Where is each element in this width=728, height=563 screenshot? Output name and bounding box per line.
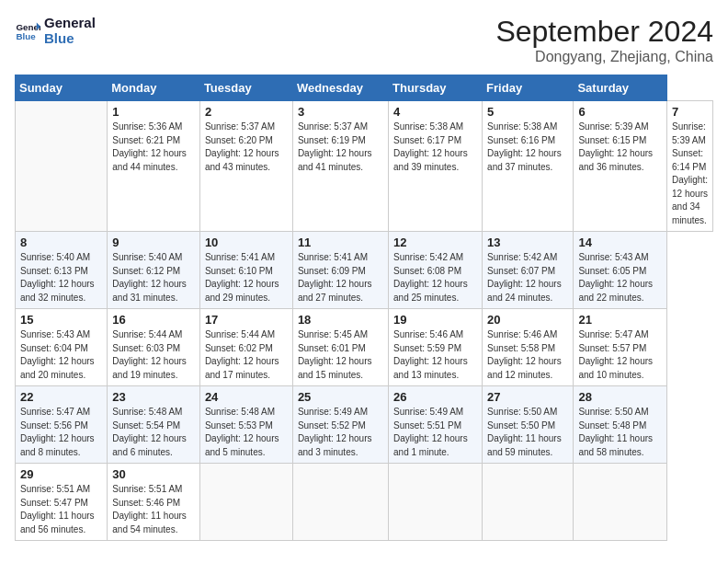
day-number: 29 [20,467,102,481]
empty-cell [574,464,667,541]
day-cell-14: 14Sunrise: 5:43 AM Sunset: 6:05 PM Dayli… [574,232,667,309]
day-cell-8: 8Sunrise: 5:40 AM Sunset: 6:13 PM Daylig… [16,232,108,309]
day-cell-9: 9Sunrise: 5:40 AM Sunset: 6:12 PM Daylig… [108,232,200,309]
day-cell-29: 29Sunrise: 5:51 AM Sunset: 5:47 PM Dayli… [16,464,108,541]
day-info: Sunrise: 5:49 AM Sunset: 5:52 PM Dayligh… [298,406,383,459]
col-header-tuesday: Tuesday [199,75,292,101]
day-cell-25: 25Sunrise: 5:49 AM Sunset: 5:52 PM Dayli… [292,386,388,464]
day-number: 19 [393,313,477,327]
day-info: Sunrise: 5:43 AM Sunset: 6:05 PM Dayligh… [578,251,662,304]
week-row-3: 15Sunrise: 5:43 AM Sunset: 6:04 PM Dayli… [16,309,713,386]
day-info: Sunrise: 5:39 AM Sunset: 6:15 PM Dayligh… [578,121,662,174]
day-number: 23 [112,390,195,404]
day-info: Sunrise: 5:51 AM Sunset: 5:47 PM Dayligh… [20,483,102,536]
day-number: 26 [393,390,477,404]
day-cell-18: 18Sunrise: 5:45 AM Sunset: 6:01 PM Dayli… [292,309,388,386]
day-number: 1 [112,105,195,119]
month-title: September 2024 [495,15,713,49]
logo-icon: General Blue [15,17,40,43]
logo: General Blue GeneralBlue [15,15,96,46]
day-info: Sunrise: 5:50 AM Sunset: 5:50 PM Dayligh… [487,406,568,459]
day-info: Sunrise: 5:46 AM Sunset: 5:58 PM Dayligh… [487,328,568,382]
day-cell-20: 20Sunrise: 5:46 AM Sunset: 5:58 PM Dayli… [483,309,574,386]
empty-cell [199,464,292,541]
day-info: Sunrise: 5:44 AM Sunset: 6:03 PM Dayligh… [112,328,195,382]
day-number: 17 [205,313,288,327]
day-cell-2: 2Sunrise: 5:37 AM Sunset: 6:20 PM Daylig… [199,101,292,232]
day-cell-28: 28Sunrise: 5:50 AM Sunset: 5:48 PM Dayli… [574,386,667,464]
header-row: SundayMondayTuesdayWednesdayThursdayFrid… [16,75,713,101]
week-row-5: 29Sunrise: 5:51 AM Sunset: 5:47 PM Dayli… [16,464,713,541]
day-number: 15 [20,313,102,327]
day-cell-22: 22Sunrise: 5:47 AM Sunset: 5:56 PM Dayli… [16,386,108,464]
day-cell-23: 23Sunrise: 5:48 AM Sunset: 5:54 PM Dayli… [108,386,200,464]
col-header-saturday: Saturday [574,75,667,101]
day-info: Sunrise: 5:44 AM Sunset: 6:02 PM Dayligh… [205,328,288,382]
day-number: 18 [298,313,383,327]
day-info: Sunrise: 5:38 AM Sunset: 6:17 PM Dayligh… [393,121,477,174]
empty-cell [389,464,483,541]
day-number: 28 [578,390,662,404]
day-info: Sunrise: 5:41 AM Sunset: 6:09 PM Dayligh… [298,251,383,304]
week-row-1: 1Sunrise: 5:36 AM Sunset: 6:21 PM Daylig… [16,101,713,232]
day-number: 13 [487,236,568,249]
day-number: 14 [578,236,662,249]
day-info: Sunrise: 5:50 AM Sunset: 5:48 PM Dayligh… [578,406,662,459]
day-info: Sunrise: 5:36 AM Sunset: 6:21 PM Dayligh… [112,121,195,174]
day-info: Sunrise: 5:40 AM Sunset: 6:13 PM Dayligh… [20,251,102,304]
col-header-monday: Monday [108,75,200,101]
day-number: 7 [672,105,708,119]
day-number: 9 [112,236,195,249]
day-number: 25 [298,390,383,404]
day-info: Sunrise: 5:51 AM Sunset: 5:46 PM Dayligh… [112,483,195,536]
empty-cell [16,101,108,232]
day-cell-6: 6Sunrise: 5:39 AM Sunset: 6:15 PM Daylig… [574,101,667,232]
day-cell-27: 27Sunrise: 5:50 AM Sunset: 5:50 PM Dayli… [483,386,574,464]
day-cell-10: 10Sunrise: 5:41 AM Sunset: 6:10 PM Dayli… [199,232,292,309]
empty-cell [292,464,388,541]
day-number: 2 [205,105,288,119]
day-cell-4: 4Sunrise: 5:38 AM Sunset: 6:17 PM Daylig… [389,101,483,232]
day-info: Sunrise: 5:45 AM Sunset: 6:01 PM Dayligh… [298,328,383,382]
day-info: Sunrise: 5:47 AM Sunset: 5:56 PM Dayligh… [20,406,102,459]
day-cell-5: 5Sunrise: 5:38 AM Sunset: 6:16 PM Daylig… [483,101,574,232]
day-number: 8 [20,236,102,249]
day-number: 21 [578,313,662,327]
day-cell-24: 24Sunrise: 5:48 AM Sunset: 5:53 PM Dayli… [199,386,292,464]
day-cell-3: 3Sunrise: 5:37 AM Sunset: 6:19 PM Daylig… [292,101,388,232]
day-cell-7: 7Sunrise: 5:39 AM Sunset: 6:14 PM Daylig… [667,101,713,232]
empty-cell [483,464,574,541]
day-info: Sunrise: 5:43 AM Sunset: 6:04 PM Dayligh… [20,328,102,382]
day-info: Sunrise: 5:46 AM Sunset: 5:59 PM Dayligh… [393,328,477,382]
col-header-thursday: Thursday [389,75,483,101]
day-cell-19: 19Sunrise: 5:46 AM Sunset: 5:59 PM Dayli… [389,309,483,386]
col-header-sunday: Sunday [16,75,108,101]
week-row-4: 22Sunrise: 5:47 AM Sunset: 5:56 PM Dayli… [16,386,713,464]
day-number: 12 [393,236,477,249]
day-cell-30: 30Sunrise: 5:51 AM Sunset: 5:46 PM Dayli… [108,464,200,541]
page-header: General Blue GeneralBlue September 2024 … [15,15,713,65]
day-info: Sunrise: 5:47 AM Sunset: 5:57 PM Dayligh… [578,328,662,382]
day-cell-11: 11Sunrise: 5:41 AM Sunset: 6:09 PM Dayli… [292,232,388,309]
day-info: Sunrise: 5:42 AM Sunset: 6:07 PM Dayligh… [487,251,568,304]
title-area: September 2024 Dongyang, Zhejiang, China [495,15,713,65]
col-header-friday: Friday [483,75,574,101]
day-cell-13: 13Sunrise: 5:42 AM Sunset: 6:07 PM Dayli… [483,232,574,309]
day-number: 6 [578,105,662,119]
day-info: Sunrise: 5:38 AM Sunset: 6:16 PM Dayligh… [487,121,568,174]
day-info: Sunrise: 5:49 AM Sunset: 5:51 PM Dayligh… [393,406,477,459]
col-header-wednesday: Wednesday [292,75,388,101]
day-number: 27 [487,390,568,404]
logo-text: GeneralBlue [44,15,96,46]
day-info: Sunrise: 5:48 AM Sunset: 5:54 PM Dayligh… [112,406,195,459]
day-number: 24 [205,390,288,404]
day-info: Sunrise: 5:37 AM Sunset: 6:19 PM Dayligh… [298,121,383,174]
day-number: 10 [205,236,288,249]
svg-text:Blue: Blue [16,31,36,41]
day-number: 4 [393,105,477,119]
day-info: Sunrise: 5:41 AM Sunset: 6:10 PM Dayligh… [205,251,288,304]
day-cell-16: 16Sunrise: 5:44 AM Sunset: 6:03 PM Dayli… [108,309,200,386]
day-info: Sunrise: 5:37 AM Sunset: 6:20 PM Dayligh… [205,121,288,174]
day-info: Sunrise: 5:42 AM Sunset: 6:08 PM Dayligh… [393,251,477,304]
day-number: 30 [112,467,195,481]
